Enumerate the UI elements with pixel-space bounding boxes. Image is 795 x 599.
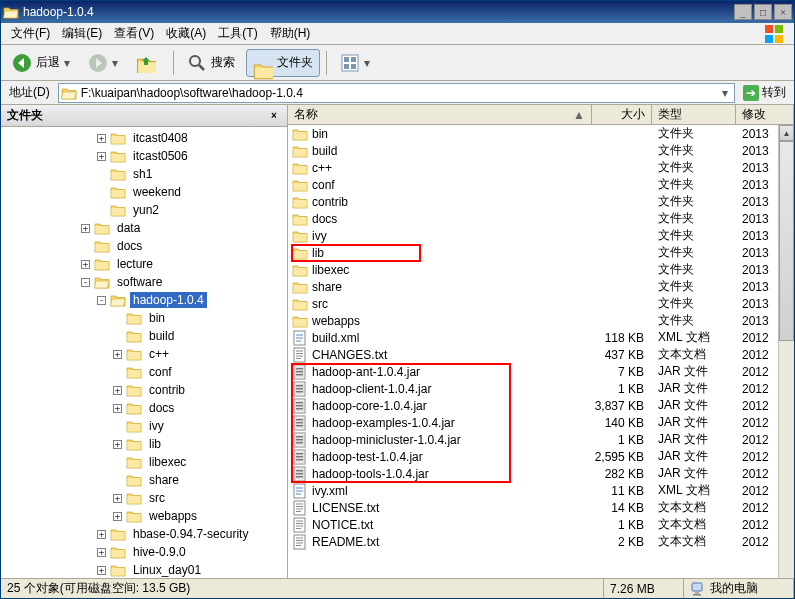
scroll-up-icon[interactable]: ▲ (779, 125, 794, 141)
scrollbar-vertical[interactable]: ▲ (778, 125, 794, 578)
address-dropdown[interactable]: ▾ (718, 86, 732, 100)
expand-icon[interactable]: + (113, 440, 122, 449)
tree-node[interactable]: docs (1, 237, 287, 255)
file-row[interactable]: build文件夹2013 (288, 142, 778, 159)
close-button[interactable]: × (774, 4, 792, 20)
col-size[interactable]: 大小 (592, 105, 652, 124)
expand-icon[interactable]: + (113, 404, 122, 413)
address-input[interactable] (81, 86, 718, 100)
close-sidebar-button[interactable]: × (267, 109, 281, 123)
tree-node-label: src (146, 490, 168, 506)
file-row[interactable]: hadoop-core-1.0.4.jar3,837 KBJAR 文件2012 (288, 397, 778, 414)
tree-node[interactable]: bin (1, 309, 287, 327)
search-button[interactable]: 搜索 (180, 49, 242, 77)
file-row[interactable]: hadoop-minicluster-1.0.4.jar1 KBJAR 文件20… (288, 431, 778, 448)
tree-node[interactable]: +itcast0506 (1, 147, 287, 165)
file-row[interactable]: docs文件夹2013 (288, 210, 778, 227)
menu-file[interactable]: 文件(F) (5, 23, 56, 44)
file-size: 140 KB (592, 416, 652, 430)
col-type[interactable]: 类型 (652, 105, 736, 124)
views-button[interactable]: ▾ (333, 49, 377, 77)
expand-icon[interactable]: + (97, 548, 106, 557)
expand-icon[interactable]: + (113, 512, 122, 521)
back-button[interactable]: 后退 ▾ (5, 49, 77, 77)
file-row[interactable]: contrib文件夹2013 (288, 193, 778, 210)
tree-node[interactable]: +lecture (1, 255, 287, 273)
tree-node[interactable]: +hive-0.9.0 (1, 543, 287, 561)
expand-icon[interactable]: + (113, 494, 122, 503)
file-row[interactable]: ivy.xml11 KBXML 文档2012 (288, 482, 778, 499)
file-name: hadoop-core-1.0.4.jar (312, 399, 427, 413)
file-row[interactable]: hadoop-client-1.0.4.jar1 KBJAR 文件2012 (288, 380, 778, 397)
expand-icon[interactable]: + (97, 152, 106, 161)
expand-icon[interactable]: + (97, 134, 106, 143)
menu-edit[interactable]: 编辑(E) (56, 23, 108, 44)
tree-node[interactable]: -software (1, 273, 287, 291)
file-row[interactable]: LICENSE.txt14 KB文本文档2012 (288, 499, 778, 516)
go-button[interactable]: ➔ 转到 (739, 83, 790, 103)
tree-node[interactable]: sh1 (1, 165, 287, 183)
folder-icon (110, 526, 126, 542)
tree-node[interactable]: -hadoop-1.0.4 (1, 291, 287, 309)
file-row[interactable]: share文件夹2013 (288, 278, 778, 295)
expand-icon[interactable]: + (97, 566, 106, 575)
file-row[interactable]: c++文件夹2013 (288, 159, 778, 176)
file-list[interactable]: bin文件夹2013build文件夹2013c++文件夹2013conf文件夹2… (288, 125, 778, 578)
tree-node[interactable]: yun2 (1, 201, 287, 219)
file-row[interactable]: README.txt2 KB文本文档2012 (288, 533, 778, 550)
file-name: build.xml (312, 331, 359, 345)
tree-node[interactable]: +lib (1, 435, 287, 453)
tree-node[interactable]: +data (1, 219, 287, 237)
file-row[interactable]: hadoop-ant-1.0.4.jar7 KBJAR 文件2012 (288, 363, 778, 380)
maximize-button[interactable]: □ (754, 4, 772, 20)
tree-node[interactable]: +src (1, 489, 287, 507)
tree-node[interactable]: build (1, 327, 287, 345)
file-row[interactable]: conf文件夹2013 (288, 176, 778, 193)
file-modified: 2013 (736, 144, 778, 158)
file-row[interactable]: hadoop-examples-1.0.4.jar140 KBJAR 文件201… (288, 414, 778, 431)
collapse-icon[interactable]: - (97, 296, 106, 305)
tree-node[interactable]: +contrib (1, 381, 287, 399)
tree-node[interactable]: +c++ (1, 345, 287, 363)
minimize-button[interactable]: _ (734, 4, 752, 20)
menu-favorites[interactable]: 收藏(A) (160, 23, 212, 44)
tree-node[interactable]: conf (1, 363, 287, 381)
file-row[interactable]: bin文件夹2013 (288, 125, 778, 142)
tree-node[interactable]: +Linux_day01 (1, 561, 287, 578)
tree-node[interactable]: +itcast0408 (1, 129, 287, 147)
tree-node[interactable]: +hbase-0.94.7-security (1, 525, 287, 543)
expand-icon[interactable]: + (113, 350, 122, 359)
tree-node[interactable]: share (1, 471, 287, 489)
col-name[interactable]: 名称 ▲ (288, 105, 592, 124)
file-type: 文件夹 (652, 210, 736, 227)
file-row[interactable]: build.xml118 KBXML 文档2012 (288, 329, 778, 346)
file-row[interactable]: ivy文件夹2013 (288, 227, 778, 244)
tree-node[interactable]: ivy (1, 417, 287, 435)
tree-node[interactable]: weekend (1, 183, 287, 201)
forward-button[interactable]: ▾ (81, 49, 125, 77)
tree-node[interactable]: +docs (1, 399, 287, 417)
file-row[interactable]: hadoop-test-1.0.4.jar2,595 KBJAR 文件2012 (288, 448, 778, 465)
expand-icon[interactable]: + (113, 386, 122, 395)
folder-tree[interactable]: +itcast0408+itcast0506sh1weekendyun2+dat… (1, 127, 287, 578)
expand-icon[interactable]: + (81, 224, 90, 233)
file-row[interactable]: lib文件夹2013 (288, 244, 778, 261)
menu-view[interactable]: 查看(V) (108, 23, 160, 44)
col-modified[interactable]: 修改 (736, 105, 794, 124)
file-row[interactable]: NOTICE.txt1 KB文本文档2012 (288, 516, 778, 533)
tree-node[interactable]: libexec (1, 453, 287, 471)
tree-node[interactable]: +webapps (1, 507, 287, 525)
file-row[interactable]: hadoop-tools-1.0.4.jar282 KBJAR 文件2012 (288, 465, 778, 482)
file-row[interactable]: src文件夹2013 (288, 295, 778, 312)
folder-icon (61, 85, 77, 101)
file-modified: 2013 (736, 195, 778, 209)
file-row[interactable]: webapps文件夹2013 (288, 312, 778, 329)
file-row[interactable]: libexec文件夹2013 (288, 261, 778, 278)
expand-icon[interactable]: + (81, 260, 90, 269)
expand-icon[interactable]: + (97, 530, 106, 539)
folders-button[interactable]: 文件夹 (246, 49, 320, 77)
up-button[interactable] (129, 49, 167, 77)
file-modified: 2012 (736, 348, 778, 362)
file-row[interactable]: CHANGES.txt437 KB文本文档2012 (288, 346, 778, 363)
collapse-icon[interactable]: - (81, 278, 90, 287)
